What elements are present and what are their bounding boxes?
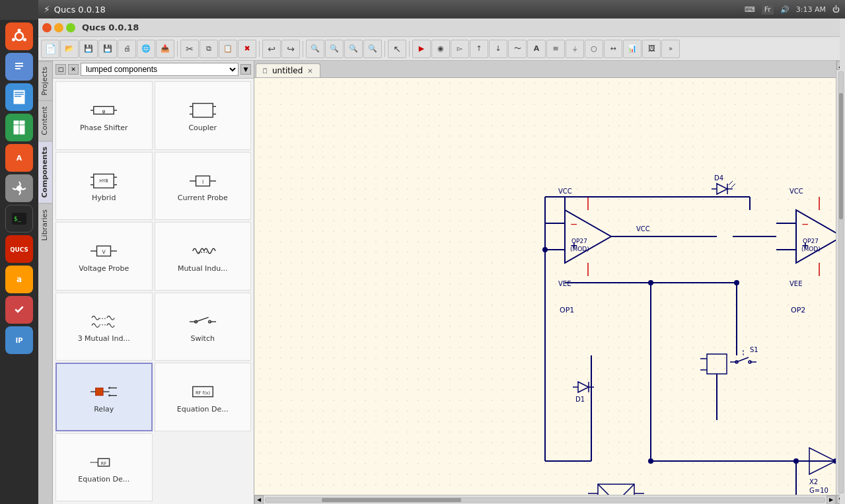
ip-manager-icon[interactable]: IP [5,326,33,354]
libreoffice-calc-icon[interactable] [5,114,33,141]
save-button[interactable]: 💾 [98,40,117,58]
sim5-button[interactable]: ↓ [489,40,507,58]
diagram-button[interactable]: 📊 [623,40,642,58]
mirror-h-button[interactable]: ↔ [604,40,622,58]
sys-tray: ⌨ Fr 🔊 3:13 AM ⏻ [745,5,840,15]
sep1 [177,41,178,57]
select-button[interactable]: ↖ [388,40,406,58]
svg-rect-164 [707,354,727,374]
open-file-button[interactable]: 📂 [60,40,79,58]
relay-icon [91,380,117,404]
panel-close-button[interactable]: ✕ [68,64,79,75]
undo-button[interactable]: ↩ [262,40,281,58]
eq-button[interactable]: ≡ [546,40,565,58]
coupler-item[interactable]: Coupler [155,81,252,150]
svg-line-131 [598,484,634,495]
scroll-thumb[interactable] [322,498,462,502]
svg-point-178 [734,280,739,285]
minimize-button[interactable] [54,23,63,32]
hybrid-label: Hybrid [92,194,116,202]
terminal-icon[interactable]: $_ [5,205,33,233]
svg-text:QUCS: QUCS [11,246,28,253]
clock: 3:13 AM [796,5,826,14]
svg-point-2 [18,29,21,32]
zoom-in-button[interactable]: 🔍 [325,40,344,58]
hybrid-item[interactable]: HYB Hybrid [55,152,153,221]
mutual-ind-label: Mutual Indu... [178,264,228,273]
new-file-button[interactable]: 📄 [41,40,59,58]
ubuntu-icon[interactable] [5,22,33,50]
svg-text:a: a [17,275,22,284]
label-button[interactable]: A [527,40,546,58]
delete-button[interactable]: ✖ [238,40,256,58]
paste-button[interactable]: 📋 [219,40,237,58]
software-icon[interactable]: A [5,144,33,172]
category-select[interactable]: lumped components nonlinear components t… [81,63,239,76]
sim4-button[interactable]: ↑ [470,40,488,58]
qucs-icon[interactable]: QUCS [5,235,33,263]
simulate-button[interactable]: ▶ [412,40,431,58]
zoom-1-button[interactable]: 🔍 [363,40,382,58]
mutual-ind-item[interactable]: Mutual Indu... [155,222,252,291]
components-tab[interactable]: Components [38,141,52,203]
copy-button[interactable]: ⧉ [200,40,218,58]
svg-point-4 [12,38,15,42]
phase-shifter-item[interactable]: φ Phase Shifter [55,81,153,150]
maximize-button[interactable] [66,23,75,32]
equation-de2-item[interactable]: RF Equation De... [55,433,153,502]
current-probe-item[interactable]: I Current Probe [155,152,252,221]
svg-rect-6 [15,63,23,64]
3-mutual-ind-label: 3 Mutual Ind... [78,334,130,343]
files-icon[interactable] [5,53,33,81]
sim3-button[interactable]: ▻ [451,40,469,58]
switch-item[interactable]: Switch [155,293,252,361]
svg-text:IP: IP [15,337,22,344]
s1-symbol: S1 [730,346,758,363]
close-button[interactable] [42,23,52,32]
svg-point-182 [833,458,836,464]
content-tab[interactable]: Content [38,100,52,141]
bottom-scrollbar[interactable]: ◀ ▶ [254,495,836,504]
vscroll-track[interactable] [838,71,844,493]
scroll-left-button[interactable]: ◀ [254,495,264,505]
schematic-canvas[interactable]: + − VCC VEE OP27 (MOD) OP1 [254,78,836,495]
voltage-probe-item[interactable]: V Voltage Probe [55,222,153,291]
equation-de1-item[interactable]: RF f(x) Equation De... [155,363,252,431]
libreoffice-writer-icon[interactable] [5,83,33,111]
network-button[interactable]: 🌐 [137,40,155,58]
amazon-icon[interactable]: a [5,266,33,293]
tab-close-button[interactable]: ✕ [307,67,312,75]
voltage-probe-label: Voltage Probe [79,264,129,273]
redo-button[interactable]: ↪ [281,40,300,58]
libraries-tab[interactable]: Libraries [38,203,52,246]
synaptic-icon[interactable] [5,296,33,324]
untitled-tab[interactable]: 🗒 untitled ✕ [256,63,320,77]
category-dropdown-button[interactable]: ▼ [240,64,251,75]
vscroll-thumb[interactable] [839,93,843,219]
scroll-right-button[interactable]: ▶ [827,495,836,505]
picture-button[interactable]: 🖼 [642,40,661,58]
svg-text:VCC: VCC [558,188,572,195]
more-button[interactable]: » [661,40,680,58]
projects-tab[interactable]: Projects [38,61,52,100]
settings-icon[interactable] [5,174,33,202]
scroll-track[interactable] [265,497,825,503]
sim2-button[interactable]: ◉ [431,40,450,58]
zoom-fit-button[interactable]: 🔍 [306,40,324,58]
svg-text:(MOD): (MOD) [801,246,821,252]
svg-point-175 [648,458,653,464]
print-button[interactable]: 🖨 [118,40,136,58]
cut-button[interactable]: ✂ [180,40,199,58]
ground-button[interactable]: ⏚ [566,40,584,58]
relay-item[interactable]: Relay [55,363,153,431]
3-mutual-ind-item[interactable]: 3 Mutual Ind... [55,293,153,361]
wire-button[interactable]: 〜 [508,40,527,58]
fr-badge: Fr [762,5,774,15]
save-copy-button[interactable]: 💾 [79,40,98,58]
import-button[interactable]: 📥 [156,40,174,58]
zoom-out-button[interactable]: 🔍 [344,40,363,58]
svg-line-58 [196,317,208,322]
panel-expand-button[interactable]: □ [55,64,66,75]
svg-marker-99 [717,184,727,194]
port-button[interactable]: ○ [585,40,603,58]
